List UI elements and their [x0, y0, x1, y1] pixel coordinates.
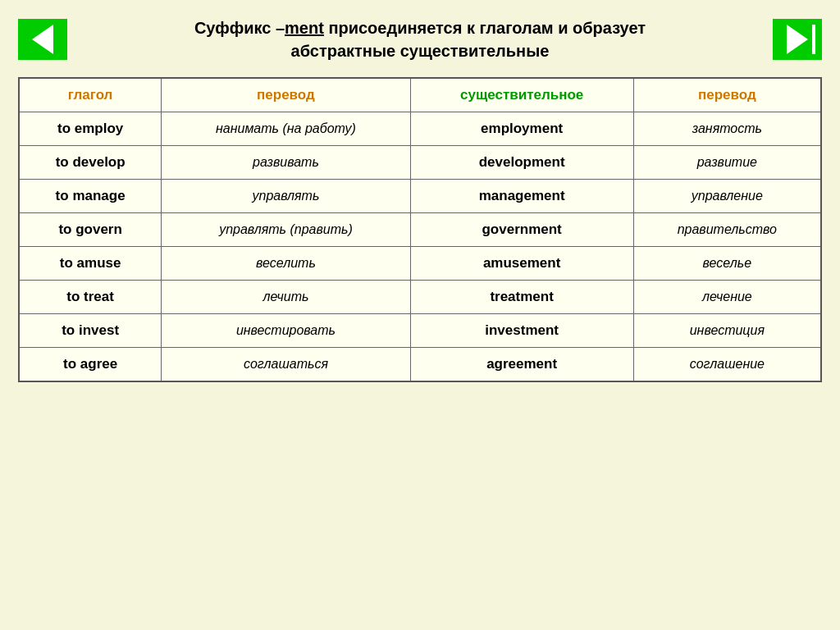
cell-verb: to govern: [19, 213, 162, 247]
cell-noun-translation: инвестиция: [633, 314, 821, 348]
cell-noun-translation: правительство: [633, 213, 821, 247]
cell-noun-translation: соглашение: [633, 348, 821, 382]
cell-verb-translation: инвестировать: [162, 314, 410, 348]
cell-noun-translation: управление: [633, 180, 821, 213]
title-line2: абстрактные существительные: [291, 42, 550, 60]
cell-verb-translation: веселить: [162, 247, 410, 281]
table-row: to amuseвеселитьamusementвеселье: [19, 247, 821, 281]
cell-verb-translation: развивать: [162, 146, 410, 180]
cell-verb-translation: лечить: [162, 281, 410, 314]
next-button[interactable]: [773, 19, 822, 60]
header-area: Суффикс –ment присоединяется к глаголам …: [18, 16, 822, 62]
cell-noun: development: [410, 146, 633, 180]
cell-noun: government: [410, 213, 633, 247]
cell-noun-translation: веселье: [633, 247, 821, 281]
cell-verb-translation: соглашаться: [162, 348, 410, 382]
right-arrow-icon: [787, 25, 808, 54]
end-line-icon: [812, 25, 815, 54]
title-suffix-ment: ment: [285, 19, 324, 37]
cell-noun-translation: развитие: [633, 146, 821, 180]
cell-verb: to develop: [19, 146, 162, 180]
cell-verb: to treat: [19, 281, 162, 314]
cell-noun-translation: лечение: [633, 281, 821, 314]
header-translation1: перевод: [162, 78, 410, 112]
page-title: Суффикс –ment присоединяется к глаголам …: [67, 16, 773, 62]
cell-verb-translation: нанимать (на работу): [162, 112, 410, 146]
table-row: to investинвестироватьinvestmentинвестиц…: [19, 314, 821, 348]
table-row: to manageуправлятьmanagementуправление: [19, 180, 821, 213]
cell-noun: investment: [410, 314, 633, 348]
table-row: to governуправлять (править)governmentпр…: [19, 213, 821, 247]
vocabulary-table: глагол перевод существительное перевод t…: [18, 77, 822, 382]
cell-verb-translation: управлять: [162, 180, 410, 213]
title-text-suffix: присоединяется к глаголам и образует: [324, 19, 646, 37]
header-verb: глагол: [19, 78, 162, 112]
cell-verb-translation: управлять (править): [162, 213, 410, 247]
cell-noun: treatment: [410, 281, 633, 314]
table-header-row: глагол перевод существительное перевод: [19, 78, 821, 112]
title-text-prefix: Суффикс –: [194, 19, 285, 37]
table-row: to treatлечитьtreatmentлечение: [19, 281, 821, 314]
table-row: to employнанимать (на работу)employmentз…: [19, 112, 821, 146]
header-noun: существительное: [410, 78, 633, 112]
table-row: to agreeсоглашатьсяagreementсоглашение: [19, 348, 821, 382]
prev-button[interactable]: [18, 19, 67, 60]
cell-verb: to agree: [19, 348, 162, 382]
cell-noun: management: [410, 180, 633, 213]
cell-noun-translation: занятость: [633, 112, 821, 146]
cell-noun: amusement: [410, 247, 633, 281]
cell-verb: to employ: [19, 112, 162, 146]
cell-noun: agreement: [410, 348, 633, 382]
left-arrow-icon: [32, 25, 53, 54]
cell-verb: to invest: [19, 314, 162, 348]
table-row: to developразвиватьdevelopmentразвитие: [19, 146, 821, 180]
cell-noun: employment: [410, 112, 633, 146]
cell-verb: to amuse: [19, 247, 162, 281]
header-translation2: перевод: [633, 78, 821, 112]
cell-verb: to manage: [19, 180, 162, 213]
